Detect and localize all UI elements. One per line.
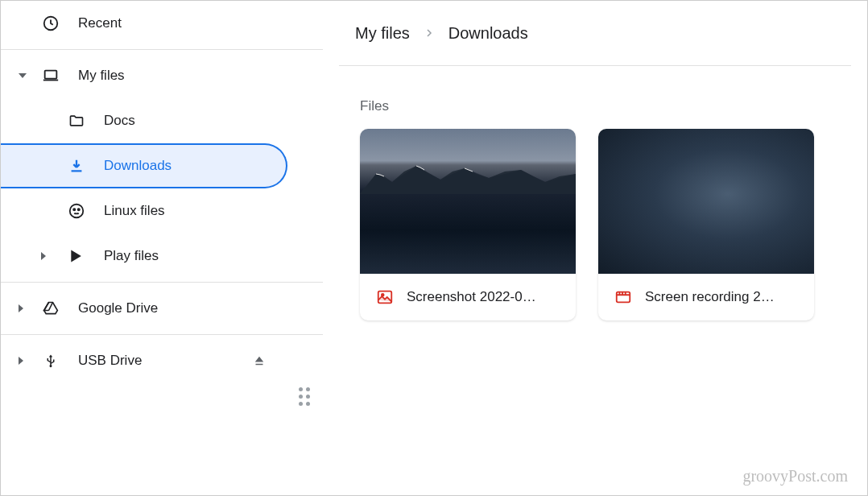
file-card-recording[interactable]: Screen recording 2… [598, 129, 814, 320]
chevron-down-icon [19, 73, 27, 78]
sidebar-item-recent[interactable]: Recent [1, 1, 323, 46]
breadcrumb: My files Downloads [339, 1, 851, 65]
main-content: My files Downloads Files Screenshot 2022… [323, 1, 867, 495]
chevron-right-icon [19, 357, 23, 365]
breadcrumb-current: Downloads [448, 24, 528, 43]
sidebar-item-myfiles[interactable]: My files [1, 53, 323, 98]
files-grid: Screenshot 2022-0… Screen recording 2… [339, 129, 851, 320]
sidebar-item-gdrive[interactable]: Google Drive [1, 286, 323, 331]
divider [1, 334, 323, 335]
file-thumbnail [360, 129, 576, 274]
svg-point-3 [70, 205, 84, 218]
download-icon [65, 157, 88, 175]
file-name: Screenshot 2022-0… [407, 289, 536, 305]
usb-icon [39, 351, 62, 370]
file-thumbnail [598, 129, 814, 274]
breadcrumb-root[interactable]: My files [355, 24, 410, 43]
sidebar-item-label: Docs [104, 113, 135, 129]
sidebar-item-label: Play files [104, 248, 159, 264]
play-store-icon [65, 247, 88, 265]
chevron-right-icon [19, 304, 23, 312]
eject-icon[interactable] [252, 353, 267, 368]
sidebar-item-label: My files [78, 68, 125, 84]
sidebar-item-label: Google Drive [78, 300, 158, 316]
image-icon [376, 288, 394, 306]
divider [339, 65, 851, 66]
sidebar-item-downloads[interactable]: Downloads [1, 143, 287, 188]
sidebar-item-usb[interactable]: USB Drive [1, 338, 323, 383]
sidebar-item-label: Recent [78, 15, 122, 31]
divider [1, 282, 323, 283]
sidebar-item-linux[interactable]: Linux files [1, 188, 323, 234]
penguin-icon [65, 202, 88, 220]
section-header: Files [339, 98, 851, 114]
drive-icon [39, 300, 62, 316]
drag-handle-icon[interactable] [299, 387, 310, 406]
svg-point-4 [73, 209, 75, 210]
svg-rect-2 [43, 80, 58, 81]
sidebar-item-docs[interactable]: Docs [1, 98, 323, 143]
divider [1, 49, 323, 50]
chevron-right-icon [424, 28, 434, 38]
folder-icon [65, 113, 88, 129]
sidebar-item-label: Downloads [104, 158, 172, 174]
laptop-icon [39, 67, 62, 85]
clock-icon [39, 14, 62, 32]
sidebar-item-label: USB Drive [78, 353, 142, 369]
watermark: groovyPost.com [742, 467, 848, 486]
svg-point-5 [78, 209, 80, 210]
svg-rect-1 [45, 71, 57, 79]
sidebar: Recent My files Docs Downloads [1, 1, 323, 495]
sidebar-item-playfiles[interactable]: Play files [1, 234, 323, 279]
file-name: Screen recording 2… [645, 289, 775, 305]
svg-point-7 [382, 294, 384, 296]
video-icon [614, 288, 632, 306]
file-card-screenshot[interactable]: Screenshot 2022-0… [360, 129, 576, 320]
chevron-right-icon [41, 252, 46, 260]
sidebar-item-label: Linux files [104, 203, 165, 219]
